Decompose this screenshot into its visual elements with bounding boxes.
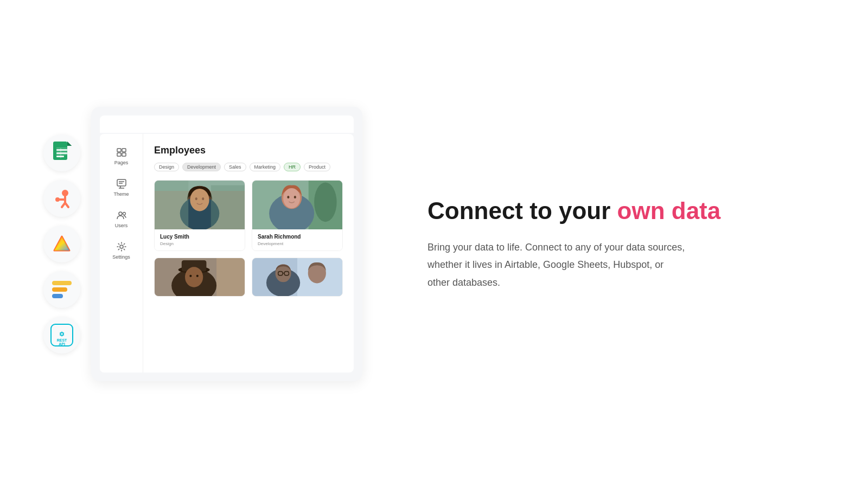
streak-icon[interactable] <box>43 271 80 308</box>
theme-icon <box>116 178 127 189</box>
svg-point-48 <box>314 183 337 222</box>
app-mockup: Pages Theme <box>91 107 362 381</box>
svg-rect-20 <box>52 294 63 298</box>
svg-rect-25 <box>117 149 121 152</box>
icons-column: REST API <box>43 134 80 354</box>
filter-sales[interactable]: Sales <box>224 163 246 171</box>
svg-text:API: API <box>59 342 65 346</box>
lucy-name: Lucy Smith <box>160 234 239 240</box>
sarah-info: Sarah Richmond Development <box>252 229 342 251</box>
svg-point-60 <box>196 275 199 277</box>
svg-point-43 <box>202 197 204 200</box>
users-icon <box>116 210 127 221</box>
right-section: Connect to your own data Bring your data… <box>406 197 825 291</box>
headline-normal: Connect to your <box>427 197 617 224</box>
svg-point-35 <box>123 213 125 215</box>
employees-title: Employees <box>154 145 343 156</box>
sidebar-item-users[interactable]: Users <box>100 206 143 233</box>
svg-rect-26 <box>122 149 126 152</box>
employee-card-3[interactable] <box>154 258 245 297</box>
lucy-photo <box>155 181 245 229</box>
lucy-info: Lucy Smith Design <box>155 229 245 251</box>
theme-label: Theme <box>113 191 129 197</box>
employee-card-4[interactable] <box>252 258 343 297</box>
headline-highlight: own data <box>617 197 721 224</box>
mockup-content-area: Employees Design Development Sales Marke… <box>143 134 354 373</box>
pages-icon <box>116 147 127 158</box>
card3-photo <box>155 258 245 296</box>
pages-label: Pages <box>114 160 129 165</box>
sarah-dept: Development <box>258 241 337 246</box>
users-label: Users <box>115 223 128 228</box>
svg-point-41 <box>190 189 209 211</box>
app-sidebar: Pages Theme <box>100 134 143 373</box>
hubspot-icon[interactable] <box>43 180 80 217</box>
settings-label: Settings <box>112 254 130 260</box>
svg-marker-17 <box>54 236 69 251</box>
left-section: REST API <box>43 107 362 381</box>
svg-point-15 <box>55 197 60 202</box>
svg-point-36 <box>120 245 123 248</box>
svg-point-59 <box>189 275 192 277</box>
employee-card-lucy[interactable]: Lucy Smith Design <box>154 180 245 251</box>
sidebar-item-theme[interactable]: Theme <box>100 174 143 201</box>
employee-cards-grid: Lucy Smith Design <box>154 180 343 297</box>
filter-development[interactable]: Development <box>182 163 221 171</box>
filter-product[interactable]: Product <box>304 163 330 171</box>
settings-icon <box>116 241 127 252</box>
svg-rect-4 <box>56 152 67 154</box>
svg-point-53 <box>294 196 296 198</box>
svg-rect-5 <box>56 156 64 157</box>
main-headline: Connect to your own data <box>427 197 825 226</box>
sarah-name: Sarah Richmond <box>258 234 337 240</box>
svg-point-34 <box>119 212 122 215</box>
card4-photo <box>252 258 342 296</box>
svg-rect-44 <box>155 181 188 229</box>
google-sheets-icon[interactable] <box>43 134 80 171</box>
svg-rect-19 <box>52 287 67 292</box>
mockup-header-bar <box>100 115 354 133</box>
mockup-inner: Pages Theme <box>100 134 354 373</box>
svg-point-52 <box>287 196 289 198</box>
svg-point-51 <box>283 188 300 208</box>
superhuman-icon[interactable] <box>43 226 80 262</box>
svg-rect-29 <box>117 179 126 186</box>
svg-point-42 <box>195 197 197 200</box>
main-container: REST API <box>0 0 868 488</box>
sarah-photo <box>252 181 342 229</box>
employee-card-sarah[interactable]: Sarah Richmond Development <box>252 180 343 251</box>
svg-text:REST: REST <box>57 338 67 342</box>
svg-rect-27 <box>117 153 121 156</box>
filter-hr[interactable]: HR <box>284 163 301 171</box>
filter-design[interactable]: Design <box>154 163 179 171</box>
sidebar-item-pages[interactable]: Pages <box>100 143 143 170</box>
sidebar-item-settings[interactable]: Settings <box>100 237 143 264</box>
svg-rect-3 <box>56 149 67 151</box>
description-text: Bring your data to life. Connect to any … <box>427 239 688 291</box>
rest-api-icon[interactable]: REST API <box>43 317 80 354</box>
svg-line-14 <box>65 203 68 207</box>
svg-rect-18 <box>52 281 72 285</box>
filter-marketing[interactable]: Marketing <box>250 163 281 171</box>
lucy-dept: Design <box>160 241 239 246</box>
svg-point-58 <box>185 267 203 287</box>
svg-rect-28 <box>122 153 126 156</box>
svg-rect-45 <box>211 185 245 229</box>
svg-rect-61 <box>216 258 245 296</box>
filter-tags: Design Development Sales Marketing HR Pr… <box>154 163 343 171</box>
